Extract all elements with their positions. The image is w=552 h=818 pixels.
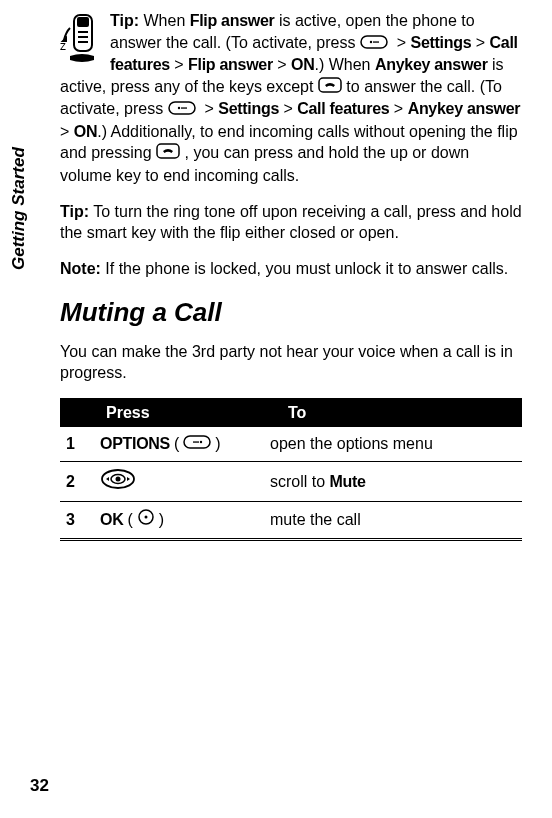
text: >: [273, 56, 291, 73]
flip-answer-term-2: Flip answer: [188, 56, 273, 73]
paren-open: (: [127, 509, 132, 531]
col-press-header: Press: [100, 398, 282, 428]
svg-rect-16: [193, 442, 199, 443]
col-to-header: To: [282, 398, 522, 428]
settings-term: Settings: [411, 34, 472, 51]
flip-answer-term: Flip answer: [190, 12, 275, 29]
svg-rect-9: [373, 41, 379, 42]
step-press: [100, 468, 270, 496]
step-to: scroll to Mute: [270, 471, 522, 493]
right-softkey-icon: [183, 433, 211, 455]
text: scroll to: [270, 473, 330, 490]
step-to: open the options menu: [270, 433, 522, 455]
text: >: [389, 100, 407, 117]
paren-open: (: [174, 433, 179, 455]
menu-key-icon: [360, 33, 388, 55]
step-number: 2: [60, 471, 100, 493]
end-key-icon-2: [156, 143, 180, 165]
svg-point-22: [144, 516, 147, 519]
table-row: 3 OK ( ) mute the call: [60, 502, 522, 541]
svg-point-12: [177, 107, 179, 109]
settings-term-2: Settings: [218, 100, 279, 117]
svg-text:z: z: [60, 39, 66, 53]
text: >: [200, 100, 218, 117]
svg-point-17: [200, 441, 202, 443]
text: To turn the ring tone off upon receiving…: [60, 203, 522, 242]
note-label: Note:: [60, 260, 101, 277]
svg-rect-13: [181, 108, 187, 109]
mute-term: Mute: [330, 473, 366, 490]
text: .) When: [314, 56, 374, 73]
paren-close: ): [215, 433, 220, 455]
text: >: [60, 123, 74, 140]
center-key-icon: [137, 508, 155, 532]
menu-key-icon-2: [168, 99, 196, 121]
anykey-answer-term-2: Anykey answer: [408, 100, 521, 117]
text: >: [279, 100, 297, 117]
note-paragraph: Note: If the phone is locked, you must u…: [60, 258, 522, 280]
tip-paragraph-2: Tip: To turn the ring tone off upon rece…: [60, 201, 522, 244]
col-num-header: [60, 398, 100, 428]
tip-label-2: Tip:: [60, 203, 89, 220]
section-side-label: Getting Started: [8, 147, 31, 270]
table-header: Press To: [60, 398, 522, 428]
steps-table: Press To 1 OPTIONS ( ) open the options …: [60, 398, 522, 541]
step-press: OK ( ): [100, 508, 270, 532]
svg-rect-2: [78, 18, 88, 26]
text: >: [392, 34, 410, 51]
nav-key-icon: [100, 468, 136, 496]
svg-point-20: [116, 476, 121, 481]
intro-paragraph: You can make the 3rd party not hear your…: [60, 341, 522, 384]
on-term-2: ON: [74, 123, 97, 140]
page-number: 32: [30, 775, 49, 798]
step-number: 3: [60, 509, 100, 531]
paren-close: ): [159, 509, 164, 531]
tip-label: Tip:: [110, 12, 139, 29]
page-content: z Tip: When Flip answer is active, open …: [0, 0, 552, 561]
step-to: mute the call: [270, 509, 522, 531]
call-features-term-2: Call features: [297, 100, 389, 117]
phone-icon: z: [60, 12, 102, 72]
section-heading: Muting a Call: [60, 295, 522, 330]
text: If the phone is locked, you must unlock …: [101, 260, 508, 277]
step-press: OPTIONS ( ): [100, 433, 270, 455]
svg-point-8: [370, 40, 372, 42]
text: >: [174, 56, 188, 73]
table-row: 2 scroll to Mute: [60, 462, 522, 503]
on-term: ON: [291, 56, 314, 73]
table-row: 1 OPTIONS ( ) open the options menu: [60, 427, 522, 462]
step-number: 1: [60, 433, 100, 455]
end-key-icon: [318, 77, 342, 99]
text: >: [471, 34, 489, 51]
text: When: [139, 12, 190, 29]
anykey-answer-term: Anykey answer: [375, 56, 488, 73]
options-label: OPTIONS: [100, 433, 170, 455]
ok-label: OK: [100, 509, 123, 531]
tip-paragraph-1: z Tip: When Flip answer is active, open …: [60, 10, 522, 187]
